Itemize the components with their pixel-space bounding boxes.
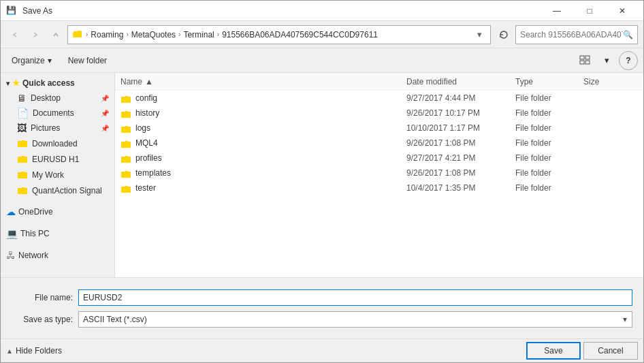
col-header-date[interactable]: Date modified [406,77,515,86]
minimize-button[interactable]: — [541,1,573,21]
maximize-button[interactable]: □ [574,1,605,21]
sidebar-item-quantaction[interactable]: QuantAction Signal [1,183,114,198]
table-row[interactable]: templates 9/26/2017 1:08 PM File folder [115,165,643,180]
file-type: File folder [515,93,583,103]
file-name-text: logs [135,123,150,133]
sidebar-item-pictures[interactable]: 🖼 Pictures 📌 [1,121,114,136]
col-header-name[interactable]: Name ▲ [120,77,406,86]
table-row[interactable]: profiles 9/27/2017 4:21 PM File folder [115,151,643,165]
quick-access-icon: ★ [12,78,20,88]
search-input[interactable] [520,30,623,40]
file-pane: Name ▲ Date modified Type Size [115,73,643,277]
filename-input[interactable] [78,289,632,306]
filetype-select-wrapper: ASCII Text (*.csv) [78,311,632,328]
up-button[interactable] [47,26,65,44]
file-date: 9/26/2017 10:17 PM [406,108,515,118]
file-date: 10/10/2017 1:17 PM [406,123,515,133]
title-bar: 💾 Save As — □ ✕ [1,1,643,21]
organize-label: Organize [12,56,45,65]
table-row[interactable]: history 9/26/2017 10:17 PM File folder [115,106,643,121]
network-icon: 🖧 [6,250,16,261]
breadcrumb-terminal[interactable]: Terminal [183,30,214,40]
file-type: File folder [515,183,583,193]
table-row[interactable]: tester 10/4/2017 1:35 PM File folder [115,180,643,195]
sidebar-item-documents[interactable]: 📄 Documents 📌 [1,106,114,121]
breadcrumb-guid[interactable]: 915566BA06ADA407569C544CC0D97611 [222,30,378,40]
breadcrumb-metaquotes[interactable]: MetaQuotes [131,30,176,40]
table-row[interactable]: logs 10/10/2017 1:17 PM File folder [115,121,643,136]
file-type: File folder [515,138,583,148]
quick-access-label: Quick access [22,78,75,88]
file-name-text: profiles [135,153,162,163]
file-name-text: MQL4 [135,138,158,148]
folder-nav-icon [72,28,83,41]
onedrive-header[interactable]: ☁ OneDrive [1,204,114,220]
main-content: ▾ ★ Quick access 🖥 Desktop 📌 📄 Documents… [1,73,643,277]
breadcrumb-roaming[interactable]: Roaming [91,30,123,40]
svg-rect-3 [580,61,584,64]
view-chevron-button[interactable]: ▾ [597,51,616,70]
close-button[interactable]: ✕ [607,1,638,21]
cancel-button[interactable]: Cancel [583,342,638,360]
breadcrumb-sep-2: › [126,31,128,38]
filetype-select[interactable]: ASCII Text (*.csv) [78,311,632,328]
back-button[interactable] [6,26,24,44]
file-date: 10/4/2017 1:35 PM [406,183,515,193]
file-type: File folder [515,123,583,133]
address-bar[interactable]: › Roaming › MetaQuotes › Terminal › 9155… [67,25,491,44]
pin-icon-docs: 📌 [101,110,109,117]
table-row[interactable]: MQL4 9/26/2017 1:08 PM File folder [115,136,643,151]
save-as-dialog: 💾 Save As — □ ✕ [0,0,644,363]
file-name-text: history [135,108,159,118]
refresh-button[interactable] [495,26,513,44]
sidebar-divider-1 [1,198,114,204]
sidebar-item-eurusd[interactable]: EURUSD H1 [1,151,114,167]
window-title: Save As [22,6,52,16]
forward-button[interactable] [27,26,44,44]
desktop-icon: 🖥 [17,93,27,104]
bottom-panel: File name: Save as type: ASCII Text (*.c… [1,277,643,338]
eurusd-label: EURUSD H1 [32,155,79,164]
title-controls: — □ ✕ [541,1,638,21]
filetype-row: Save as type: ASCII Text (*.csv) [12,311,632,328]
sort-arrow: ▲ [145,77,153,86]
organize-chevron: ▾ [48,56,52,65]
table-row[interactable]: config 9/27/2017 4:44 PM File folder [115,91,643,106]
hide-folders-chevron: ▲ [6,347,13,355]
bottom-bar: ▲ Hide Folders Save Cancel [1,338,643,362]
pictures-label: Pictures [31,123,60,133]
new-folder-button[interactable]: New folder [63,51,112,70]
col-header-size[interactable]: Size [583,77,638,86]
thispc-header[interactable]: 💻 This PC [1,225,114,242]
breadcrumb: › Roaming › MetaQuotes › Terminal › 9155… [72,28,472,41]
network-label: Network [18,251,48,260]
file-name-text: config [135,93,157,103]
pin-icon-pics: 📌 [101,125,109,132]
search-icon[interactable]: 🔍 [623,30,633,40]
sidebar-item-downloaded[interactable]: Downloaded [1,136,114,151]
dropdown-button[interactable]: ▾ [472,28,486,42]
quick-access-header[interactable]: ▾ ★ Quick access [1,76,114,91]
view-toggle-button[interactable] [575,51,594,70]
hide-folders-bar: ▲ Hide Folders [6,346,62,356]
file-type: File folder [515,168,583,178]
pictures-icon: 🖼 [17,123,27,133]
sidebar-item-desktop[interactable]: 🖥 Desktop 📌 [1,91,114,106]
address-toolbar: › Roaming › MetaQuotes › Terminal › 9155… [1,21,643,48]
save-button[interactable]: Save [526,342,581,360]
network-header[interactable]: 🖧 Network [1,247,114,264]
mywork-icon [17,169,28,180]
sidebar-item-mywork[interactable]: My Work [1,167,114,183]
hide-folders-label[interactable]: Hide Folders [16,346,62,356]
file-date: 9/26/2017 1:08 PM [406,138,515,148]
sidebar: ▾ ★ Quick access 🖥 Desktop 📌 📄 Documents… [1,73,115,277]
search-box[interactable]: 🔍 [515,25,638,44]
help-button[interactable]: ? [619,51,638,70]
svg-rect-1 [580,56,584,59]
action-buttons: Save Cancel [526,342,638,360]
svg-rect-4 [585,61,590,64]
breadcrumb-sep-3: › [178,31,180,38]
col-header-type[interactable]: Type [515,77,583,86]
organize-button[interactable]: Organize ▾ [6,51,57,70]
window-icon: 💾 [6,5,17,16]
